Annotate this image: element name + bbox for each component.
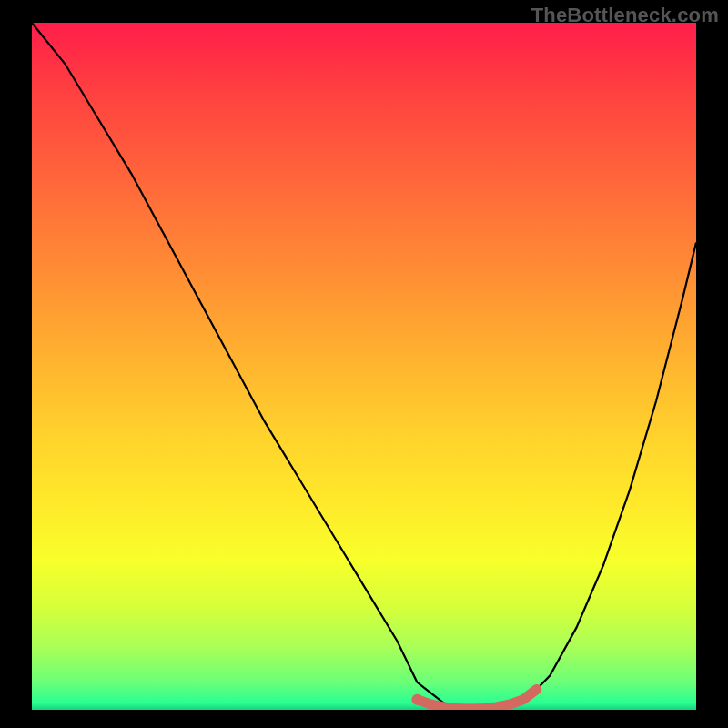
watermark-text: TheBottleneck.com bbox=[531, 4, 719, 27]
optimal-start-dot bbox=[411, 694, 422, 705]
chart-svg bbox=[32, 23, 696, 710]
bottleneck-curve bbox=[32, 23, 696, 710]
optimal-highlight bbox=[417, 689, 536, 709]
